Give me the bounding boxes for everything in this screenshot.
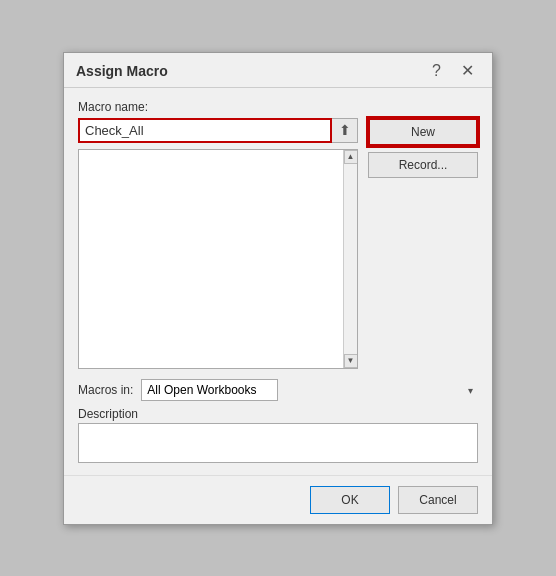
bottom-section: Macros in: All Open Workbooks This Workb… bbox=[78, 379, 478, 463]
scroll-up-arrow[interactable]: ▲ bbox=[344, 150, 358, 164]
title-bar-controls: ? ✕ bbox=[426, 61, 480, 81]
side-buttons: New Record... bbox=[368, 118, 478, 369]
list-box-container: ⬆ ▲ ▼ bbox=[78, 118, 358, 369]
macros-in-select[interactable]: All Open Workbooks This Workbook bbox=[141, 379, 278, 401]
upload-icon: ⬆ bbox=[339, 122, 351, 138]
dialog-body: Macro name: ⬆ ▲ ▼ bbox=[64, 88, 492, 475]
ok-button[interactable]: OK bbox=[310, 486, 390, 514]
cancel-button[interactable]: Cancel bbox=[398, 486, 478, 514]
macros-in-label: Macros in: bbox=[78, 383, 133, 397]
new-button[interactable]: New bbox=[368, 118, 478, 146]
description-box bbox=[78, 423, 478, 463]
select-wrapper: All Open Workbooks This Workbook bbox=[141, 379, 478, 401]
record-button[interactable]: Record... bbox=[368, 152, 478, 178]
macro-list-box[interactable]: ▲ ▼ bbox=[78, 149, 358, 369]
macro-name-input[interactable] bbox=[78, 118, 332, 143]
macros-in-row: Macros in: All Open Workbooks This Workb… bbox=[78, 379, 478, 401]
assign-macro-dialog: Assign Macro ? ✕ Macro name: ⬆ ▲ bbox=[63, 52, 493, 525]
dialog-title: Assign Macro bbox=[76, 63, 168, 79]
description-label: Description bbox=[78, 407, 478, 421]
close-button[interactable]: ✕ bbox=[455, 61, 480, 81]
macro-name-row: ⬆ bbox=[78, 118, 358, 143]
scroll-down-arrow[interactable]: ▼ bbox=[344, 354, 358, 368]
macro-name-label: Macro name: bbox=[78, 100, 478, 114]
title-bar: Assign Macro ? ✕ bbox=[64, 53, 492, 88]
dialog-footer: OK Cancel bbox=[64, 475, 492, 524]
main-area: ⬆ ▲ ▼ New Record... bbox=[78, 118, 478, 369]
help-button[interactable]: ? bbox=[426, 61, 447, 81]
scrollbar: ▲ ▼ bbox=[343, 150, 357, 368]
upload-button[interactable]: ⬆ bbox=[332, 118, 358, 143]
